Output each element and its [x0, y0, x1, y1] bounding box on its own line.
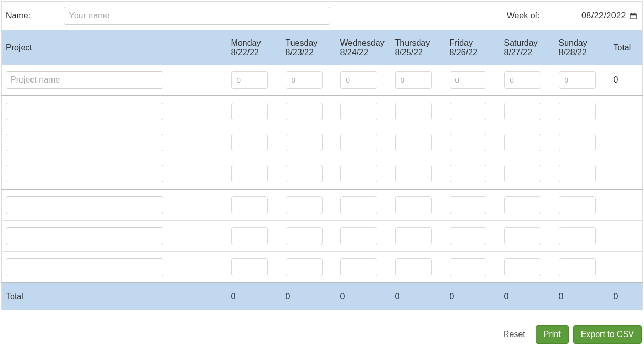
footer-total-tue: 0 — [282, 283, 336, 310]
project-name-input[interactable] — [6, 103, 163, 120]
hours-input-wed[interactable] — [340, 165, 377, 182]
name-input[interactable] — [64, 7, 330, 25]
table-row: 0 — [2, 65, 643, 96]
hours-input-thu[interactable] — [395, 227, 432, 245]
row-total — [609, 96, 643, 127]
hours-input-thu[interactable] — [395, 196, 432, 214]
col-header-saturday: Saturday8/27/22 — [500, 30, 555, 65]
hours-input-mon[interactable] — [231, 227, 268, 245]
hours-input-thu[interactable] — [395, 258, 432, 276]
name-label: Name: — [6, 11, 30, 20]
hours-input-mon[interactable] — [231, 258, 268, 276]
footer-total-label: Total — [2, 283, 227, 310]
week-of-picker[interactable] — [575, 11, 637, 21]
svg-rect-3 — [634, 13, 635, 14]
project-name-input[interactable] — [6, 71, 163, 89]
col-header-wednesday: Wednesday8/24/22 — [336, 30, 391, 65]
hours-input-mon[interactable] — [231, 71, 268, 89]
footer-total-thu: 0 — [391, 283, 445, 310]
table-row — [2, 127, 643, 158]
calendar-icon[interactable] — [629, 12, 637, 20]
export-csv-button[interactable]: Export to CSV — [573, 325, 642, 344]
project-name-input[interactable] — [6, 227, 163, 245]
hours-input-sun[interactable] — [559, 165, 596, 182]
hours-input-tue[interactable] — [286, 227, 323, 245]
table-row — [2, 221, 643, 252]
hours-input-sat[interactable] — [504, 227, 541, 245]
table-row — [2, 252, 643, 283]
project-name-input[interactable] — [6, 258, 163, 276]
hours-input-tue[interactable] — [286, 71, 323, 89]
hours-input-sun[interactable] — [559, 103, 596, 120]
hours-input-sat[interactable] — [504, 196, 541, 214]
project-name-input[interactable] — [6, 196, 163, 214]
hours-input-sun[interactable] — [559, 71, 596, 89]
hours-input-mon[interactable] — [231, 103, 268, 120]
table-row — [2, 96, 643, 127]
hours-input-fri[interactable] — [450, 134, 486, 151]
hours-input-fri[interactable] — [450, 227, 486, 245]
hours-input-tue[interactable] — [286, 258, 323, 276]
row-total — [609, 127, 643, 158]
hours-input-thu[interactable] — [395, 71, 432, 89]
print-button[interactable]: Print — [536, 325, 569, 344]
hours-input-mon[interactable] — [231, 134, 268, 151]
hours-input-sun[interactable] — [559, 258, 596, 276]
hours-input-wed[interactable] — [340, 134, 377, 151]
reset-button[interactable]: Reset — [497, 326, 532, 343]
hours-input-tue[interactable] — [286, 165, 323, 182]
hours-input-sat[interactable] — [504, 165, 541, 182]
col-header-thursday: Thursday8/25/22 — [391, 30, 445, 65]
hours-input-thu[interactable] — [395, 134, 432, 151]
hours-input-wed[interactable] — [340, 227, 377, 245]
hours-input-thu[interactable] — [395, 165, 432, 182]
hours-input-thu[interactable] — [395, 103, 432, 120]
hours-input-fri[interactable] — [450, 258, 486, 276]
col-header-total: Total — [609, 30, 643, 65]
hours-input-sat[interactable] — [504, 134, 541, 151]
hours-input-fri[interactable] — [450, 196, 486, 214]
row-total — [609, 189, 643, 221]
hours-input-sun[interactable] — [559, 196, 596, 214]
row-total — [609, 158, 643, 190]
row-total — [609, 221, 643, 252]
svg-rect-2 — [631, 13, 632, 14]
col-header-sunday: Sunday8/28/22 — [555, 30, 609, 65]
hours-input-mon[interactable] — [231, 165, 268, 182]
footer-total-mon: 0 — [227, 283, 282, 310]
hours-input-sat[interactable] — [504, 103, 541, 120]
timesheet-table: Name: Week of: — [1, 1, 643, 310]
hours-input-sat[interactable] — [504, 71, 541, 89]
week-of-value[interactable] — [575, 11, 627, 21]
hours-input-tue[interactable] — [286, 134, 323, 151]
project-name-input[interactable] — [6, 134, 163, 151]
col-header-project: Project — [2, 30, 227, 65]
footer-total-sun: 0 — [555, 283, 609, 310]
hours-input-wed[interactable] — [340, 103, 377, 120]
row-total: 0 — [609, 65, 643, 96]
hours-input-sun[interactable] — [559, 134, 596, 151]
footer-total-wed: 0 — [336, 283, 391, 310]
footer-total-sat: 0 — [500, 283, 555, 310]
table-row — [2, 158, 643, 190]
table-row — [2, 189, 643, 221]
hours-input-sat[interactable] — [504, 258, 541, 276]
hours-input-tue[interactable] — [286, 196, 323, 214]
week-of-label: Week of: — [507, 11, 550, 20]
svg-rect-1 — [630, 14, 636, 15]
hours-input-fri[interactable] — [450, 165, 486, 182]
row-total — [609, 252, 643, 283]
hours-input-wed[interactable] — [340, 196, 377, 214]
footer-total-fri: 0 — [445, 283, 500, 310]
hours-input-sun[interactable] — [559, 227, 596, 245]
hours-input-tue[interactable] — [286, 103, 323, 120]
hours-input-fri[interactable] — [450, 103, 486, 120]
hours-input-wed[interactable] — [340, 71, 377, 89]
footer-grand-total: 0 — [609, 283, 643, 310]
col-header-tuesday: Tuesday8/23/22 — [282, 30, 336, 65]
hours-input-wed[interactable] — [340, 258, 377, 276]
project-name-input[interactable] — [6, 165, 163, 182]
col-header-monday: Monday8/22/22 — [227, 30, 282, 65]
hours-input-fri[interactable] — [450, 71, 486, 89]
hours-input-mon[interactable] — [231, 196, 268, 214]
